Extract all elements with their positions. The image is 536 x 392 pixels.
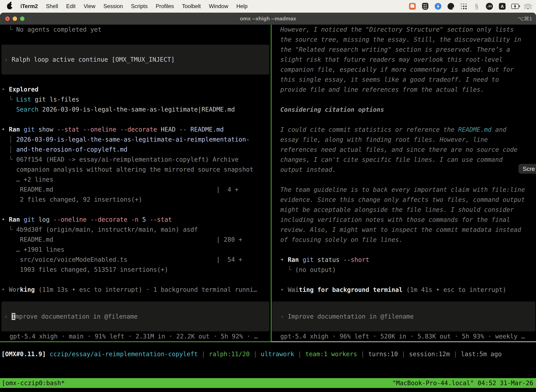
terminal-line <box>272 95 535 105</box>
transcript-right: However, I noticed the "Directory Struct… <box>272 25 535 295</box>
terminal-line: this single essay, it seems like a good … <box>272 75 535 85</box>
terminal-line: output instead. <box>272 165 535 175</box>
terminal-line <box>272 275 535 285</box>
terminal-line: I could cite commit statistics or refere… <box>272 125 535 135</box>
tmux-pane-divider[interactable] <box>271 25 272 341</box>
composer-input-left[interactable]: › Improve documentation in @filename <box>1 302 269 331</box>
tmux-status-bar: [omx-cczip0:bash* "MacBook-Pro-44.local"… <box>0 378 536 388</box>
menu-item-help[interactable]: Help <box>236 3 248 9</box>
menu-item-profiles[interactable]: Profiles <box>156 3 174 9</box>
moon-circle-icon[interactable] <box>447 2 455 10</box>
terminal-line: README.md | 280 + <box>1 235 271 245</box>
terminal-line: Search 2026-03-09-is-legal-the-same-as-l… <box>1 104 271 115</box>
terminal-line: 2 files changed, 92 insertions(+) <box>1 195 271 205</box>
terminal-line: └ 4b9d30f (origin/main, instructkr/main,… <box>1 225 271 235</box>
terminal-content: └ No agents completed yet › Ralph loop a… <box>0 25 536 392</box>
terminal-line: evidence. Since this change only affects… <box>272 195 535 205</box>
model-status-left: gpt-5.4 xhigh · main · 91% left · 2.31M … <box>1 331 271 341</box>
injected-prompt-box: › Ralph loop active continue [OMX_TMUX_I… <box>1 45 269 75</box>
terminal-line <box>1 75 271 84</box>
terminal-line: references need actual files, and since … <box>272 145 535 155</box>
terminal-line <box>1 35 271 45</box>
menu-item-iterm2[interactable]: iTerm2 <box>20 3 38 9</box>
menu-item-shell[interactable]: Shell <box>46 3 58 9</box>
terminal-line: └ (no output) <box>272 265 535 275</box>
terminal-line <box>1 275 271 285</box>
wifi-icon[interactable] <box>524 2 532 10</box>
terminal-line: │ and-the-erosion-of-copyleft.md <box>1 145 271 154</box>
shield-grid-icon[interactable] <box>421 2 429 10</box>
composer-text-left[interactable]: › Improve documentation in @filename <box>1 312 138 322</box>
agent-summary-lines: └ No agents completed yet <box>1 25 271 45</box>
terminal-line: • Working (11m 13s • esc to interrupt) ·… <box>1 285 271 295</box>
terminal-line: • Explored <box>1 84 271 94</box>
tmux-panes: └ No agents completed yet › Ralph loop a… <box>0 25 536 341</box>
window-title: omx --xhigh --madmax <box>0 16 536 22</box>
terminal-line <box>1 115 271 125</box>
terminal-line: … +1901 lines <box>1 245 271 255</box>
terminal-line: provide file and line references from th… <box>272 85 535 95</box>
menu-item-scripts[interactable]: Scripts <box>131 3 148 9</box>
terminal-line: the "Related research writing" section i… <box>272 45 535 55</box>
screen-share-overlay-button[interactable]: Scre <box>518 164 536 174</box>
pane-spacer <box>272 295 535 302</box>
terminal-line <box>1 205 271 215</box>
terminal-line: slight risk that future readers may over… <box>272 55 535 65</box>
squiggle-icon[interactable]: § <box>473 2 480 10</box>
window-title-bar[interactable]: omx --xhigh --madmax ⌥⌘1 <box>0 13 536 25</box>
model-status-right: gpt-5.4 xhigh · 96% left · 520K in · 5.8… <box>272 331 535 341</box>
omx-status-bar: [OMX#0.11.9] cczip/essay/ai-reimplementa… <box>0 349 536 359</box>
terminal-line: … +2 lines <box>1 175 271 185</box>
terminal-line: └ No agents completed yet <box>1 25 271 35</box>
terminal-line <box>272 245 535 255</box>
terminal-line: • Ran git log --oneline --decorate -n 5 … <box>1 215 271 225</box>
app-grid-icon[interactable] <box>460 2 468 10</box>
terminal-line: 1903 files changed, 513517 insertions(+) <box>1 265 271 275</box>
terminal-line: The team guideline is to back every impo… <box>272 185 535 195</box>
menu-item-session[interactable]: Session <box>103 3 123 9</box>
badge-61-icon[interactable]: ..61 <box>486 2 493 10</box>
screen-share-overlay-label: Scre <box>523 165 535 172</box>
input-source-icon[interactable]: A <box>498 2 506 10</box>
terminal-line: of focusing solely on file lines. <box>272 235 535 245</box>
macos-menu-bar: iTerm2 Shell Edit View Session Scripts P… <box>0 0 536 13</box>
terminal-line: changes, I can't cite specific file line… <box>272 155 535 165</box>
progress-green-segment <box>0 341 272 342</box>
tmux-session-label: [omx-cczip0:bash* <box>2 378 65 388</box>
menu-item-view[interactable]: View <box>84 3 96 9</box>
tmux-pane-right[interactable]: However, I noticed the "Directory Struct… <box>272 25 535 341</box>
terminal-line: might be acceptable alongside the file l… <box>272 205 535 215</box>
terminal-line: │ 2026-03-09-is-legal-the-same-as-legiti… <box>1 135 271 145</box>
terminal-line: However, I noticed the "Directory Struct… <box>272 25 535 35</box>
pane-spacer <box>1 295 271 302</box>
terminal-line: the source tree, missing the essay. Stil… <box>272 35 535 45</box>
tmux-host-clock: "MacBook-Pro-44.local" 04:52 31-Mar-26 <box>392 378 533 388</box>
pane-border-progress-line <box>0 341 536 342</box>
injected-prompt-line: › Ralph loop active continue [OMX_TMUX_I… <box>1 55 175 65</box>
composer-input-right[interactable]: › Improve documentation in @filename <box>272 302 535 331</box>
menu-item-edit[interactable]: Edit <box>66 3 76 9</box>
terminal-line: review. Also, I might want to inspect th… <box>272 225 535 235</box>
lightning-circle-icon[interactable] <box>434 2 442 10</box>
iterm2-window: omx --xhigh --madmax ⌥⌘1 └ No agents com… <box>0 13 536 392</box>
chat-app-icon[interactable] <box>408 2 416 10</box>
terminal-line <box>272 115 535 125</box>
battery-icon[interactable] <box>511 2 519 10</box>
terminal-line <box>272 175 535 185</box>
tmux-pane-left[interactable]: └ No agents completed yet › Ralph loop a… <box>0 25 271 341</box>
terminal-line: src/voice/voiceModeEnabled.ts | 54 + <box>1 255 271 265</box>
menu-item-window[interactable]: Window <box>209 3 228 9</box>
transcript-left: • Explored └ List git ls-files Search 20… <box>1 75 271 295</box>
terminal-line: • Ran git show --stat --oneline --decora… <box>1 125 271 135</box>
progress-rest-segment <box>272 341 536 342</box>
composer-text-right[interactable]: › Improve documentation in @filename <box>272 312 414 322</box>
terminal-line: companion analysis without altering the … <box>1 165 271 175</box>
menu-item-toolbelt[interactable]: Toolbelt <box>182 3 201 9</box>
terminal-line: └ 067f154 (HEAD -> essay/ai-reimplementa… <box>1 154 271 165</box>
terminal-line: • Waiting for background terminal (1m 41… <box>272 285 535 295</box>
window-shortcut-badge: ⌥⌘1 <box>518 16 532 22</box>
terminal-line: └ List git ls-files <box>1 94 271 104</box>
apple-menu-icon[interactable] <box>7 3 12 9</box>
terminal-line: README.md | 4 + <box>1 185 271 195</box>
terminal-line: essay file, along with finding root file… <box>272 135 535 145</box>
